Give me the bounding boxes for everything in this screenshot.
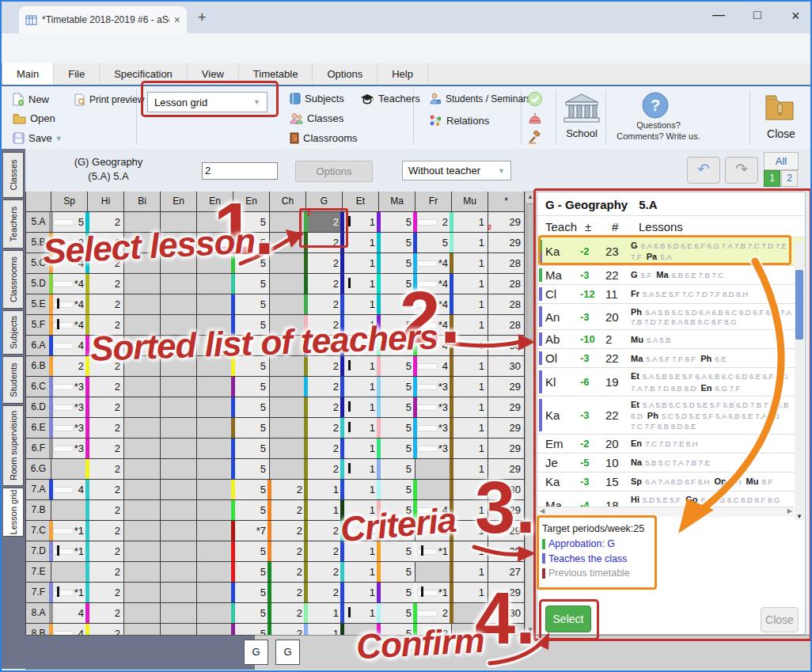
save-dropdown-icon[interactable]: ▼ [55, 135, 63, 142]
lesson-cell[interactable]: 2 [306, 562, 343, 583]
lesson-cell[interactable]: 1 [452, 397, 488, 418]
lesson-cell[interactable]: *1 [51, 583, 88, 603]
lesson-cell[interactable] [124, 418, 161, 439]
lesson-cell[interactable]: 2 [51, 356, 88, 377]
lesson-cell[interactable]: 5 [233, 459, 270, 480]
lesson-cell[interactable]: 2 [88, 583, 124, 603]
lesson-cell[interactable] [197, 439, 233, 459]
gavel-icon[interactable] [528, 131, 543, 145]
lesson-cell[interactable] [197, 480, 233, 500]
lesson-cell[interactable]: 2 [270, 624, 306, 635]
lesson-cell[interactable]: *1 [415, 541, 452, 562]
sidebar-tab-classes[interactable]: Classes [3, 152, 24, 198]
lesson-cell[interactable] [124, 397, 161, 418]
lesson-cell[interactable]: 2 [88, 521, 124, 541]
lesson-cell[interactable]: 5 [233, 377, 270, 397]
pending-lesson-card[interactable]: G [275, 640, 300, 665]
lesson-cell[interactable]: 28 [488, 315, 525, 336]
lesson-cell[interactable]: 5 [379, 418, 415, 439]
lesson-cell[interactable] [124, 500, 161, 521]
lesson-cell[interactable]: 5 [379, 233, 415, 253]
lesson-cell[interactable] [161, 541, 197, 562]
sidebar-tab-lesson-grid[interactable]: Lesson grid [3, 488, 24, 537]
lesson-cell[interactable]: *3 [51, 418, 88, 439]
lesson-cell[interactable]: 2 [306, 459, 343, 480]
lesson-cell[interactable] [197, 500, 233, 521]
lesson-cell[interactable] [124, 439, 161, 459]
lesson-cell[interactable] [197, 294, 233, 315]
periods-count-input[interactable]: 2 [202, 162, 278, 180]
teacher-filter-select[interactable]: Without teacher▼ [402, 161, 511, 180]
lesson-cell[interactable] [124, 541, 161, 562]
undo-button[interactable]: ↶ [687, 157, 720, 184]
lesson-cell[interactable]: 29 [488, 418, 525, 439]
close-file-button[interactable]: Close [757, 127, 805, 140]
lesson-cell[interactable] [124, 294, 161, 315]
lesson-cell[interactable]: 1 [343, 274, 379, 294]
menu-main[interactable]: Main [2, 63, 54, 85]
teachers-button[interactable]: Teachers [360, 93, 420, 104]
lesson-cell[interactable] [124, 480, 161, 500]
lesson-cell[interactable]: 5 [379, 480, 415, 500]
lesson-cell[interactable]: 5 [379, 603, 415, 624]
lesson-cell[interactable] [197, 521, 233, 541]
lesson-cell[interactable]: *4 [51, 294, 88, 315]
lesson-cell[interactable]: 5 [379, 459, 415, 480]
menu-help[interactable]: Help [378, 63, 428, 85]
lesson-cell[interactable] [161, 562, 197, 583]
lesson-cell[interactable]: 29 [488, 233, 525, 253]
lesson-cell[interactable]: 1 [343, 480, 379, 500]
lesson-cell[interactable]: *3 [51, 377, 88, 397]
lesson-cell[interactable] [124, 603, 161, 624]
lesson-cell[interactable] [124, 521, 161, 541]
lesson-cell[interactable]: 5 [233, 480, 270, 500]
lesson-cell[interactable] [197, 418, 233, 439]
lesson-cell[interactable] [415, 562, 452, 583]
lesson-cell[interactable]: 2 [88, 541, 124, 562]
new-tab-button[interactable]: + [198, 9, 207, 26]
lesson-cell[interactable] [270, 294, 306, 315]
lesson-cell[interactable]: 2 [270, 541, 306, 562]
all-weeks-button[interactable]: All [764, 152, 799, 170]
lesson-cell[interactable] [124, 562, 161, 583]
lesson-cell[interactable] [161, 521, 197, 541]
lesson-cell[interactable]: 4 [415, 356, 452, 377]
lesson-cell[interactable]: 5 [379, 356, 415, 377]
lesson-cell[interactable]: 5 [233, 274, 270, 294]
lesson-cell[interactable] [161, 294, 197, 315]
lesson-cell[interactable]: 30 [488, 336, 525, 356]
lesson-cell[interactable]: 29 [488, 439, 525, 459]
lesson-cell[interactable]: 2 [270, 583, 306, 603]
lesson-cell[interactable] [270, 418, 306, 439]
lesson-cell[interactable]: 1 [343, 583, 379, 603]
options-button[interactable]: Options [295, 161, 373, 182]
lesson-cell[interactable]: 1 [452, 253, 488, 274]
lesson-cell[interactable] [415, 480, 452, 500]
lesson-cell[interactable]: 5 [379, 562, 415, 583]
lesson-cell[interactable]: *4 [51, 315, 88, 336]
lesson-cell[interactable]: 5 [233, 562, 270, 583]
lesson-cell[interactable]: 28 [488, 253, 525, 274]
lesson-cell[interactable]: 4 [51, 336, 88, 356]
lesson-cell[interactable]: 2 [306, 439, 343, 459]
lesson-cell[interactable]: 1 [452, 418, 488, 439]
lesson-cell[interactable] [161, 583, 197, 603]
lesson-cell[interactable]: 1 [452, 356, 488, 377]
lesson-cell[interactable] [415, 459, 452, 480]
lesson-cell[interactable] [197, 377, 233, 397]
lesson-cell[interactable]: *3 [415, 439, 452, 459]
lesson-cell[interactable] [124, 583, 161, 603]
lesson-cell[interactable]: 4 [51, 603, 88, 624]
questions-button[interactable]: Questions? Comments? Write us. [615, 120, 702, 142]
lesson-cell[interactable]: 1 [452, 212, 488, 233]
sidebar-tab-room-supervision[interactable]: Room supervision [3, 405, 24, 486]
lesson-cell[interactable]: 2 [306, 521, 343, 541]
lesson-cell[interactable]: 5 [233, 541, 270, 562]
sidebar-tab-subjects[interactable]: Subjects [3, 310, 24, 355]
lesson-cell[interactable]: 5 [415, 233, 452, 253]
lesson-cell[interactable]: 2 [88, 377, 124, 397]
lesson-cell[interactable]: 5 [379, 439, 415, 459]
save-button[interactable]: Save▼ [13, 132, 63, 144]
week2-button[interactable]: 2 [781, 170, 798, 187]
lesson-cell[interactable] [270, 377, 306, 397]
